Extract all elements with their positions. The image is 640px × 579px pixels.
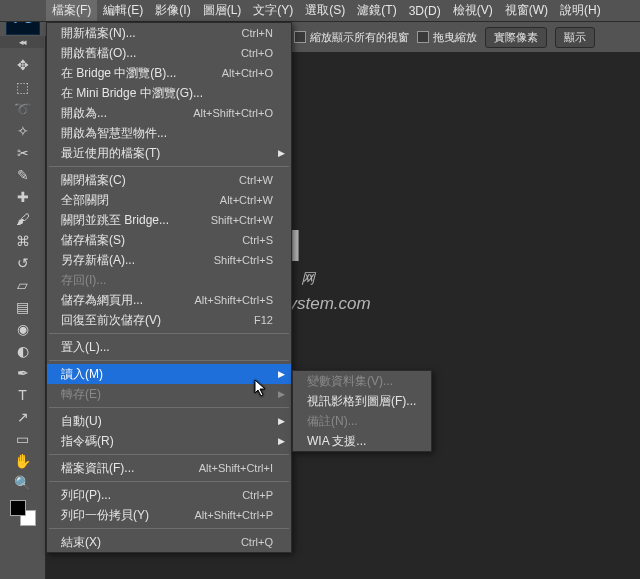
type-tool-icon[interactable]: T	[11, 384, 35, 406]
menu-item-shortcut: Shift+Ctrl+W	[211, 214, 273, 226]
blur-tool-icon[interactable]: ◉	[11, 318, 35, 340]
menu-item-shortcut: Alt+Ctrl+O	[222, 67, 273, 79]
history-tool-icon[interactable]: ↺	[11, 252, 35, 274]
menubar-item[interactable]: 檢視(V)	[447, 0, 499, 21]
menu-item-label: 存回(I)...	[61, 272, 273, 289]
menu-item[interactable]: 開啟為智慧型物件...	[47, 123, 291, 143]
menubar-item[interactable]: 3D(D)	[403, 2, 447, 20]
menu-separator	[49, 333, 289, 334]
menu-item[interactable]: 列印一份拷貝(Y)Alt+Shift+Ctrl+P	[47, 505, 291, 525]
menu-item[interactable]: 置入(L)...	[47, 337, 291, 357]
zoom-tool-icon[interactable]: 🔍	[11, 472, 35, 494]
menu-item[interactable]: 全部關閉Alt+Ctrl+W	[47, 190, 291, 210]
menu-item-label: 開啟為智慧型物件...	[61, 125, 273, 142]
menu-item-label: 最近使用的檔案(T)	[61, 145, 273, 162]
menubar: 檔案(F)編輯(E)影像(I)圖層(L)文字(Y)選取(S)濾鏡(T)3D(D)…	[0, 0, 640, 22]
menubar-item[interactable]: 說明(H)	[554, 0, 607, 21]
menu-item[interactable]: 在 Mini Bridge 中瀏覽(G)...	[47, 83, 291, 103]
menu-item-shortcut: Ctrl+S	[242, 234, 273, 246]
menu-item-shortcut: Alt+Shift+Ctrl+I	[199, 462, 273, 474]
menu-item-label: 關閉並跳至 Bridge...	[61, 212, 211, 229]
menu-item-label: 儲存為網頁用...	[61, 292, 194, 309]
menu-item-label: 開新檔案(N)...	[61, 25, 242, 42]
menu-item[interactable]: 結束(X)Ctrl+Q	[47, 532, 291, 552]
menu-item[interactable]: 列印(P)...Ctrl+P	[47, 485, 291, 505]
menubar-item[interactable]: 編輯(E)	[97, 0, 149, 21]
submenu-item-label: 備註(N)...	[307, 413, 413, 430]
menu-item[interactable]: 儲存檔案(S)Ctrl+S	[47, 230, 291, 250]
scrubby-zoom-checkbox[interactable]: 拖曳縮放	[417, 30, 477, 45]
actual-pixels-button[interactable]: 實際像素	[485, 27, 547, 48]
heal-tool-icon[interactable]: ✚	[11, 186, 35, 208]
fit-screen-button[interactable]: 顯示	[555, 27, 595, 48]
menu-item[interactable]: 最近使用的檔案(T)▶	[47, 143, 291, 163]
menu-separator	[49, 407, 289, 408]
zoom-all-windows-checkbox[interactable]: 縮放顯示所有的視窗	[294, 30, 409, 45]
path-tool-icon[interactable]: ↗	[11, 406, 35, 428]
marquee-tool-icon[interactable]: ⬚	[11, 76, 35, 98]
menu-item[interactable]: 在 Bridge 中瀏覽(B)...Alt+Ctrl+O	[47, 63, 291, 83]
menu-separator	[49, 528, 289, 529]
menu-item[interactable]: 開啟舊檔(O)...Ctrl+O	[47, 43, 291, 63]
crop-tool-icon[interactable]: ✂	[11, 142, 35, 164]
brush-tool-icon[interactable]: 🖌	[11, 208, 35, 230]
menu-item[interactable]: 開新檔案(N)...Ctrl+N	[47, 23, 291, 43]
file-menu: 開新檔案(N)...Ctrl+N開啟舊檔(O)...Ctrl+O在 Bridge…	[46, 22, 292, 553]
toolbox-expand-icon[interactable]	[0, 36, 44, 48]
menu-item-label: 轉存(E)	[61, 386, 273, 403]
submenu-item-label: WIA 支援...	[307, 433, 413, 450]
menu-item[interactable]: 關閉並跳至 Bridge...Shift+Ctrl+W	[47, 210, 291, 230]
submenu-item: 變數資料集(V)...	[293, 371, 431, 391]
menubar-item[interactable]: 圖層(L)	[197, 0, 248, 21]
checkbox-label: 縮放顯示所有的視窗	[310, 30, 409, 45]
submenu-item[interactable]: WIA 支援...	[293, 431, 431, 451]
menu-item-label: 儲存檔案(S)	[61, 232, 242, 249]
menu-item-label: 開啟為...	[61, 105, 193, 122]
menu-item-label: 關閉檔案(C)	[61, 172, 239, 189]
menu-item-label: 列印一份拷貝(Y)	[61, 507, 194, 524]
menu-item-label: 檔案資訊(F)...	[61, 460, 199, 477]
move-tool-icon[interactable]: ✥	[11, 54, 35, 76]
gradient-tool-icon[interactable]: ▤	[11, 296, 35, 318]
menu-item-shortcut: F12	[254, 314, 273, 326]
menu-item[interactable]: 開啟為...Alt+Shift+Ctrl+O	[47, 103, 291, 123]
submenu-item[interactable]: 視訊影格到圖層(F)...	[293, 391, 431, 411]
menu-item-label: 回復至前次儲存(V)	[61, 312, 254, 329]
menubar-item[interactable]: 視窗(W)	[499, 0, 554, 21]
dodge-tool-icon[interactable]: ◐	[11, 340, 35, 362]
hand-tool-icon[interactable]: ✋	[11, 450, 35, 472]
stamp-tool-icon[interactable]: ⌘	[11, 230, 35, 252]
menu-item[interactable]: 回復至前次儲存(V)F12	[47, 310, 291, 330]
menu-item[interactable]: 儲存為網頁用...Alt+Shift+Ctrl+S	[47, 290, 291, 310]
menu-item[interactable]: 關閉檔案(C)Ctrl+W	[47, 170, 291, 190]
lasso-tool-icon[interactable]: ➰	[11, 98, 35, 120]
menubar-item[interactable]: 影像(I)	[149, 0, 196, 21]
menu-item-label: 讀入(M)	[61, 366, 273, 383]
menu-item-shortcut: Ctrl+O	[241, 47, 273, 59]
rect-tool-icon[interactable]: ▭	[11, 428, 35, 450]
menu-item[interactable]: 另存新檔(A)...Shift+Ctrl+S	[47, 250, 291, 270]
toolbox: ✥⬚➰✧✂✎✚🖌⌘↺▱▤◉◐✒T↗▭✋🔍	[0, 36, 46, 579]
menu-item-label: 在 Bridge 中瀏覽(B)...	[61, 65, 222, 82]
menu-item[interactable]: 自動(U)▶	[47, 411, 291, 431]
menubar-item[interactable]: 選取(S)	[299, 0, 351, 21]
menubar-item[interactable]: 濾鏡(T)	[351, 0, 402, 21]
pen-tool-icon[interactable]: ✒	[11, 362, 35, 384]
menu-item-shortcut: Ctrl+N	[242, 27, 273, 39]
color-swatch[interactable]	[10, 500, 36, 526]
menu-separator	[49, 454, 289, 455]
menu-item-label: 自動(U)	[61, 413, 273, 430]
eraser-tool-icon[interactable]: ▱	[11, 274, 35, 296]
menu-item-label: 在 Mini Bridge 中瀏覽(G)...	[61, 85, 273, 102]
menubar-item[interactable]: 文字(Y)	[247, 0, 299, 21]
menu-item[interactable]: 指令碼(R)▶	[47, 431, 291, 451]
eyedropper-tool-icon[interactable]: ✎	[11, 164, 35, 186]
menu-item-shortcut: Alt+Shift+Ctrl+S	[194, 294, 273, 306]
submenu-item-label: 視訊影格到圖層(F)...	[307, 393, 416, 410]
menubar-item[interactable]: 檔案(F)	[46, 0, 97, 21]
foreground-color[interactable]	[10, 500, 26, 516]
menu-item[interactable]: 讀入(M)▶	[47, 364, 291, 384]
wand-tool-icon[interactable]: ✧	[11, 120, 35, 142]
submenu-item: 備註(N)...	[293, 411, 431, 431]
menu-item[interactable]: 檔案資訊(F)...Alt+Shift+Ctrl+I	[47, 458, 291, 478]
